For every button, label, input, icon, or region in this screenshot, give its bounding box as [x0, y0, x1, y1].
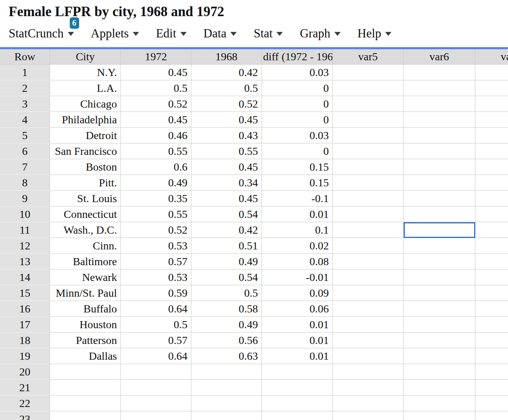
data-cell[interactable]: 0.49: [121, 175, 191, 191]
data-cell[interactable]: [475, 301, 508, 317]
data-cell[interactable]: 0.01: [262, 348, 333, 364]
data-cell[interactable]: 0.63: [191, 348, 262, 364]
row-number-cell[interactable]: 1: [0, 65, 50, 80]
data-cell[interactable]: -0.01: [262, 269, 333, 285]
data-cell[interactable]: 0.6: [121, 159, 191, 175]
data-cell[interactable]: 0.45: [191, 159, 262, 175]
data-cell[interactable]: 0: [262, 143, 333, 159]
data-cell[interactable]: [333, 206, 404, 222]
data-cell[interactable]: 0.1: [262, 222, 333, 238]
menu-item-stat[interactable]: Stat: [254, 27, 283, 40]
data-cell[interactable]: [50, 411, 121, 420]
column-header-diff-1972-1968[interactable]: diff (1972 - 1968): [262, 49, 333, 65]
menu-item-data[interactable]: Data: [204, 27, 237, 40]
data-cell[interactable]: [475, 80, 508, 96]
row-number-cell[interactable]: 2: [0, 80, 50, 96]
data-cell[interactable]: [475, 380, 508, 396]
column-header-row[interactable]: Row: [0, 49, 50, 65]
data-cell[interactable]: 0.01: [262, 317, 333, 333]
row-number-cell[interactable]: 17: [0, 317, 50, 333]
data-cell[interactable]: Detroit: [50, 128, 121, 143]
data-cell[interactable]: 0.55: [121, 206, 191, 222]
data-cell[interactable]: 0.45: [121, 112, 191, 128]
data-cell[interactable]: 0.42: [191, 222, 262, 238]
data-cell[interactable]: Houston: [50, 317, 121, 333]
data-cell[interactable]: Boston: [50, 159, 121, 175]
data-cell[interactable]: [333, 380, 404, 396]
data-cell[interactable]: 0.54: [191, 269, 262, 285]
data-cell[interactable]: 0.03: [262, 65, 333, 80]
data-cell[interactable]: 0.09: [262, 285, 333, 301]
data-cell[interactable]: 0.34: [191, 175, 262, 191]
data-cell[interactable]: [333, 65, 404, 80]
data-cell[interactable]: [191, 411, 262, 420]
data-cell[interactable]: Baltimore: [50, 254, 121, 269]
data-cell[interactable]: 0: [262, 80, 333, 96]
row-number-cell[interactable]: 8: [0, 175, 50, 191]
data-cell[interactable]: [50, 364, 121, 380]
row-number-cell[interactable]: 19: [0, 348, 50, 364]
data-cell[interactable]: [404, 128, 475, 143]
data-cell[interactable]: 0.46: [121, 128, 191, 143]
data-cell[interactable]: [475, 396, 508, 411]
data-cell[interactable]: [191, 364, 262, 380]
data-cell[interactable]: Minn/St. Paul: [50, 285, 121, 301]
menu-item-applets[interactable]: Applets: [91, 27, 139, 40]
row-number-cell[interactable]: 5: [0, 128, 50, 143]
data-cell[interactable]: [404, 65, 475, 80]
data-cell[interactable]: [404, 333, 475, 348]
data-cell[interactable]: 0.15: [262, 175, 333, 191]
data-cell[interactable]: [404, 143, 475, 159]
data-cell[interactable]: 0.59: [121, 285, 191, 301]
data-cell[interactable]: Cinn.: [50, 238, 121, 254]
data-cell[interactable]: 0.57: [121, 333, 191, 348]
data-cell[interactable]: 0: [262, 112, 333, 128]
data-cell[interactable]: [475, 238, 508, 254]
data-cell[interactable]: [333, 411, 404, 420]
data-cell[interactable]: [333, 128, 404, 143]
data-cell[interactable]: 0.06: [262, 301, 333, 317]
data-cell[interactable]: 0.03: [262, 128, 333, 143]
data-cell[interactable]: [404, 364, 475, 380]
data-cell[interactable]: [262, 380, 333, 396]
data-cell[interactable]: 0.43: [191, 128, 262, 143]
data-cell[interactable]: 0.5: [121, 80, 191, 96]
data-cell[interactable]: [191, 380, 262, 396]
data-cell[interactable]: 0.45: [121, 65, 191, 80]
data-cell[interactable]: [404, 411, 475, 420]
data-cell[interactable]: [475, 96, 508, 112]
row-number-cell[interactable]: 6: [0, 143, 50, 159]
data-cell[interactable]: [333, 96, 404, 112]
data-cell[interactable]: 0.52: [121, 96, 191, 112]
data-cell[interactable]: [475, 222, 508, 238]
data-cell[interactable]: 0.52: [191, 96, 262, 112]
data-cell[interactable]: 0.53: [121, 269, 191, 285]
data-cell[interactable]: Wash., D.C.: [50, 222, 121, 238]
data-cell[interactable]: [475, 364, 508, 380]
row-number-cell[interactable]: 13: [0, 254, 50, 269]
data-cell[interactable]: [475, 317, 508, 333]
row-number-cell[interactable]: 11: [0, 222, 50, 238]
menu-item-graph[interactable]: Graph: [300, 27, 340, 40]
row-number-cell[interactable]: 9: [0, 191, 50, 206]
data-cell[interactable]: 0.5: [191, 80, 262, 96]
row-number-cell[interactable]: 16: [0, 301, 50, 317]
data-cell[interactable]: 0.58: [191, 301, 262, 317]
data-cell[interactable]: 0.54: [191, 206, 262, 222]
data-cell[interactable]: Patterson: [50, 333, 121, 348]
data-cell[interactable]: 0: [262, 96, 333, 112]
data-cell[interactable]: [262, 411, 333, 420]
data-cell[interactable]: [404, 206, 475, 222]
data-cell[interactable]: [475, 269, 508, 285]
data-cell[interactable]: [333, 222, 404, 238]
row-number-cell[interactable]: 23: [0, 411, 50, 420]
column-header-var6[interactable]: var6: [404, 49, 475, 65]
data-cell[interactable]: 0.57: [121, 254, 191, 269]
data-cell[interactable]: 0.01: [262, 206, 333, 222]
data-cell[interactable]: San Francisco: [50, 143, 121, 159]
data-cell[interactable]: [475, 285, 508, 301]
data-cell[interactable]: [404, 96, 475, 112]
data-cell[interactable]: [333, 143, 404, 159]
data-cell[interactable]: Buffalo: [50, 301, 121, 317]
data-cell[interactable]: 0.35: [121, 191, 191, 206]
